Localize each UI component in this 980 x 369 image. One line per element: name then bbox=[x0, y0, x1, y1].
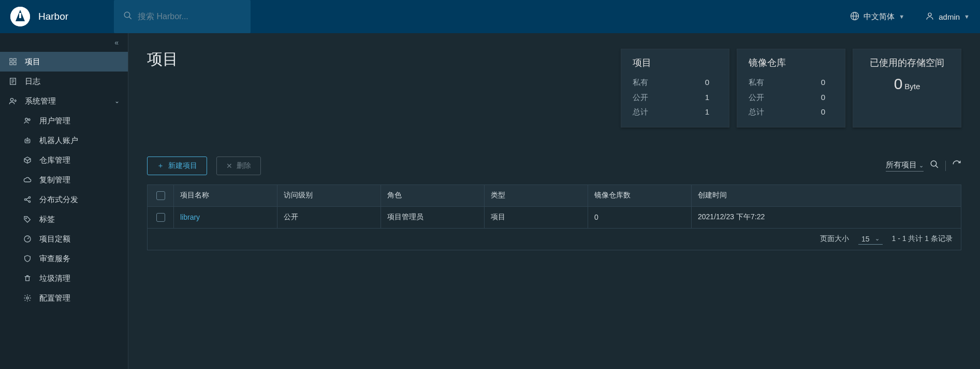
stat-title: 镜像仓库 bbox=[749, 56, 833, 69]
svg-line-30 bbox=[26, 198, 28, 200]
sidebar-item-replication[interactable]: 复制管理 bbox=[0, 170, 128, 190]
new-project-button[interactable]: ＋ 新建项目 bbox=[147, 157, 207, 175]
sidebar-item-label: 项目定额 bbox=[39, 234, 70, 244]
sidebar-item-projects[interactable]: 项目 bbox=[0, 52, 128, 72]
svg-rect-10 bbox=[10, 62, 12, 65]
stat-card-storage: 已使用的存储空间 0Byte bbox=[853, 49, 961, 127]
chevron-down-icon: ⌄ bbox=[114, 97, 120, 105]
sidebar-item-label: 复制管理 bbox=[39, 175, 70, 185]
language-label: 中文简体 bbox=[864, 12, 895, 22]
filter-dropdown[interactable]: 所有项目 ⌄ bbox=[886, 160, 924, 172]
stat-title: 项目 bbox=[633, 56, 718, 69]
cell-type: 项目 bbox=[484, 207, 588, 228]
chevron-down-icon: ⌄ bbox=[875, 235, 880, 242]
svg-point-16 bbox=[10, 98, 13, 101]
table-row: library 公开 项目管理员 项目 0 2021/12/23 下午7:22 bbox=[148, 207, 961, 229]
row-checkbox[interactable] bbox=[156, 213, 165, 222]
svg-rect-1 bbox=[19, 13, 21, 18]
sidebar-item-distribution[interactable]: 分布式分发 bbox=[0, 190, 128, 209]
col-type[interactable]: 类型 bbox=[484, 185, 588, 206]
svg-line-3 bbox=[129, 17, 131, 19]
page-size-select[interactable]: 15 ⌄ bbox=[858, 234, 883, 245]
tag-icon bbox=[23, 215, 32, 224]
search-icon-button[interactable] bbox=[930, 160, 939, 172]
main-content: 项目 项目 私有0 公开1 总计1 镜像仓库 私有0 公开0 总计0 已使用的存… bbox=[128, 33, 980, 369]
cell-access: 公开 bbox=[277, 207, 381, 228]
pagination-range: 1 - 1 共计 1 条记录 bbox=[892, 234, 953, 244]
sidebar-item-logs[interactable]: 日志 bbox=[0, 72, 128, 91]
chevron-down-icon: ▼ bbox=[964, 13, 970, 20]
trash-icon bbox=[23, 274, 32, 283]
svg-point-21 bbox=[28, 119, 30, 120]
divider bbox=[945, 161, 946, 171]
col-created[interactable]: 创建时间 bbox=[691, 185, 961, 206]
stats-panel: 项目 私有0 公开1 总计1 镜像仓库 私有0 公开0 总计0 已使用的存储空间… bbox=[621, 49, 961, 127]
sidebar-item-label: 审查服务 bbox=[39, 254, 70, 264]
svg-point-36 bbox=[931, 161, 937, 166]
sidebar-item-label: 用户管理 bbox=[39, 116, 70, 126]
stat-card-projects: 项目 私有0 公开1 总计1 bbox=[621, 49, 729, 127]
svg-point-23 bbox=[26, 140, 27, 141]
refresh-button[interactable] bbox=[952, 160, 961, 172]
language-switcher[interactable]: 中文简体 ▼ bbox=[850, 11, 904, 22]
table-footer: 页面大小 15 ⌄ 1 - 1 共计 1 条记录 bbox=[148, 229, 961, 250]
search-icon bbox=[123, 11, 133, 22]
delete-button[interactable]: ✕ 删除 bbox=[216, 157, 261, 175]
gear-icon bbox=[23, 293, 32, 303]
logo-section: Harbor bbox=[10, 7, 114, 26]
search-input[interactable] bbox=[138, 12, 241, 21]
sidebar-item-label: 机器人账户 bbox=[39, 136, 78, 146]
svg-line-34 bbox=[27, 237, 29, 239]
sidebar-item-quotas[interactable]: 项目定额 bbox=[0, 229, 128, 249]
storage-value: 0 bbox=[894, 75, 903, 92]
svg-point-20 bbox=[25, 118, 28, 121]
user-menu[interactable]: admin ▼ bbox=[925, 11, 970, 22]
sidebar-item-labels[interactable]: 标签 bbox=[0, 209, 128, 229]
svg-line-31 bbox=[26, 200, 28, 202]
col-name[interactable]: 项目名称 bbox=[173, 185, 277, 206]
svg-point-24 bbox=[28, 140, 29, 141]
svg-point-2 bbox=[124, 12, 130, 18]
page-title: 项目 bbox=[147, 49, 178, 70]
svg-point-32 bbox=[25, 218, 26, 219]
select-all-checkbox[interactable] bbox=[156, 191, 165, 200]
col-repo-count[interactable]: 镜像仓库数 bbox=[588, 185, 691, 206]
sidebar-collapse-button[interactable]: « bbox=[0, 33, 128, 52]
sidebar-item-label: 配置管理 bbox=[39, 293, 70, 303]
sidebar-item-config[interactable]: 配置管理 bbox=[0, 288, 128, 308]
sidebar-item-robot[interactable]: 机器人账户 bbox=[0, 131, 128, 150]
sidebar-item-label: 项目 bbox=[25, 57, 40, 67]
gauge-icon bbox=[23, 234, 32, 244]
logs-icon bbox=[8, 77, 18, 86]
stat-card-repos: 镜像仓库 私有0 公开0 总计0 bbox=[737, 49, 845, 127]
svg-point-35 bbox=[26, 297, 28, 299]
app-name: Harbor bbox=[38, 11, 68, 22]
search-section[interactable] bbox=[114, 0, 251, 33]
cell-created: 2021/12/23 下午7:22 bbox=[691, 207, 961, 228]
col-role[interactable]: 角色 bbox=[381, 185, 484, 206]
sidebar-item-label: 垃圾清理 bbox=[39, 274, 70, 283]
svg-rect-8 bbox=[10, 59, 12, 61]
sidebar-item-gc[interactable]: 垃圾清理 bbox=[0, 268, 128, 288]
stat-title: 已使用的存储空间 bbox=[865, 56, 949, 69]
admin-icon bbox=[8, 96, 18, 106]
sidebar-item-label: 分布式分发 bbox=[39, 195, 78, 205]
user-icon bbox=[925, 11, 934, 22]
cell-repo-count: 0 bbox=[588, 207, 691, 228]
shield-icon bbox=[23, 254, 32, 263]
harbor-logo-icon bbox=[10, 7, 30, 26]
cube-icon bbox=[23, 155, 32, 165]
sidebar-item-user-mgmt[interactable]: 用户管理 bbox=[0, 111, 128, 131]
col-access[interactable]: 访问级别 bbox=[277, 185, 381, 206]
sidebar-item-registries[interactable]: 仓库管理 bbox=[0, 150, 128, 170]
sidebar-item-label: 仓库管理 bbox=[39, 155, 70, 165]
svg-rect-9 bbox=[13, 59, 16, 61]
sidebar-item-label: 日志 bbox=[25, 77, 40, 87]
top-bar: Harbor 中文简体 ▼ admin ▼ bbox=[0, 0, 980, 33]
sidebar-item-administration[interactable]: 系统管理 ⌄ bbox=[0, 91, 128, 111]
sidebar-item-interrogation[interactable]: 审查服务 bbox=[0, 249, 128, 268]
cloud-icon bbox=[23, 175, 32, 184]
page-size-label: 页面大小 bbox=[820, 234, 849, 244]
sidebar: « 项目 日志 系统管理 ⌄ 用户管理 机器人账户 bbox=[0, 33, 128, 369]
project-name-link[interactable]: library bbox=[173, 207, 277, 228]
